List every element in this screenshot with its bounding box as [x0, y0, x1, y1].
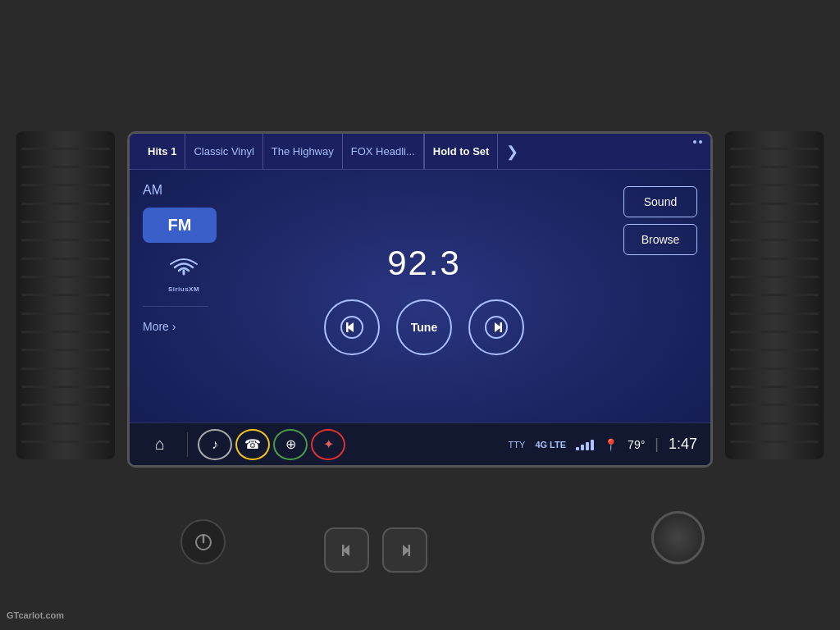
location-icon: 📍: [604, 438, 618, 451]
physical-next-button[interactable]: [382, 527, 427, 573]
channel-classic-vinyl[interactable]: Classic Vinyl: [185, 134, 262, 169]
time-display: 1:47: [669, 436, 697, 453]
screen-display: Hits 1 Classic Vinyl The Highway FOX Hea…: [130, 134, 710, 465]
siriusxm-label: SiriusXM: [168, 285, 199, 293]
dot2: [699, 140, 702, 144]
next-button[interactable]: [468, 299, 524, 355]
time-divider: |: [655, 436, 659, 453]
right-knob[interactable]: [651, 511, 705, 564]
frequency-display: 92.3: [387, 244, 461, 283]
siriusxm-button[interactable]: SiriusXM: [143, 256, 225, 293]
svg-rect-9: [342, 545, 345, 556]
page-dots: [693, 140, 702, 144]
bar3: [586, 442, 589, 450]
radio-mode-panel: AM FM SiriusXM: [143, 183, 225, 416]
svg-rect-2: [346, 322, 349, 332]
siriusxm-icon: [169, 256, 199, 284]
status-bar: ⌂ ♪ ☎ ⊕ ✦ TTY 4G LTE 📍 79° | 1:47: [130, 422, 710, 465]
tty-label: TTY: [509, 440, 526, 450]
phone-button[interactable]: ☎: [235, 429, 270, 460]
playback-controls: Tune: [324, 299, 524, 355]
more-button[interactable]: More ›: [143, 320, 225, 333]
main-content: AM FM SiriusXM: [130, 170, 710, 422]
previous-button[interactable]: [324, 299, 380, 355]
channel-bar: Hits 1 Classic Vinyl The Highway FOX Hea…: [130, 134, 710, 170]
left-vent: [16, 131, 115, 459]
channel-hits1[interactable]: Hits 1: [139, 134, 185, 169]
channel-fox[interactable]: FOX Headli...: [343, 134, 424, 169]
infotainment-screen: Hits 1 Classic Vinyl The Highway FOX Hea…: [127, 131, 713, 468]
fm-mode-button[interactable]: FM: [143, 208, 217, 243]
power-button[interactable]: [180, 519, 226, 564]
right-vent: [725, 131, 824, 459]
onstar-button[interactable]: ✦: [311, 429, 345, 460]
channel-highway[interactable]: The Highway: [263, 134, 343, 169]
home-button[interactable]: ⌂: [143, 429, 177, 460]
center-panel: 92.3 Tune: [238, 183, 610, 416]
svg-rect-5: [500, 322, 503, 332]
music-button[interactable]: ♪: [198, 429, 232, 460]
icon-divider-1: [187, 432, 188, 457]
lte-label: 4G LTE: [535, 440, 566, 450]
browse-button[interactable]: Browse: [623, 224, 697, 255]
bar2: [581, 445, 584, 450]
bar4: [591, 440, 594, 450]
bar1: [576, 447, 579, 450]
signal-bars: [576, 439, 594, 450]
channel-next-arrow[interactable]: ❯: [498, 134, 527, 169]
hold-to-set-button[interactable]: Hold to Set: [424, 134, 499, 169]
dot1: [693, 140, 696, 144]
status-info: TTY 4G LTE 📍 79° | 1:47: [509, 436, 697, 453]
temperature-display: 79°: [628, 438, 645, 451]
svg-rect-11: [408, 545, 410, 556]
navigation-button[interactable]: ⊕: [273, 429, 308, 460]
tune-button[interactable]: Tune: [396, 299, 452, 355]
watermark: GTcarlot.com: [7, 610, 64, 620]
nav-icons: ⌂ ♪ ☎ ⊕ ✦: [143, 429, 509, 460]
physical-prev-button[interactable]: [324, 527, 369, 573]
physical-controls: [324, 527, 427, 573]
right-panel: Sound Browse: [623, 183, 697, 416]
am-mode-label[interactable]: AM: [143, 183, 225, 198]
sound-button[interactable]: Sound: [623, 186, 697, 217]
mode-divider: [143, 306, 208, 307]
